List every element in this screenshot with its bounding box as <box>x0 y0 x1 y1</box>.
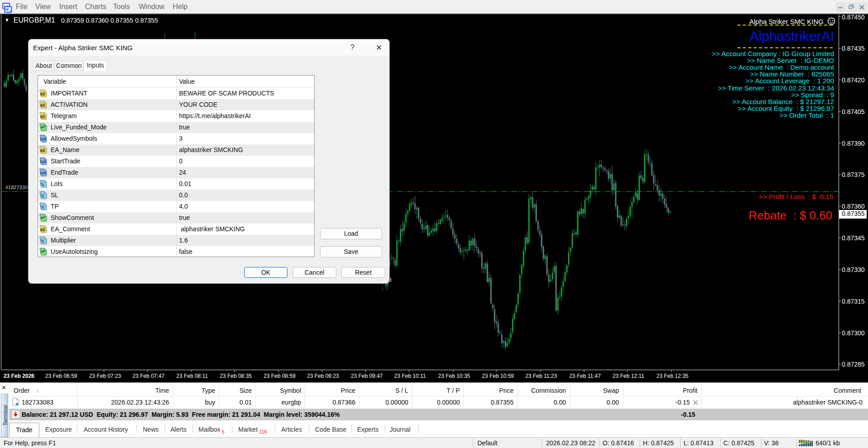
svg-text:123: 123 <box>40 137 46 141</box>
svg-text:½: ½ <box>41 238 44 243</box>
svg-text:½: ½ <box>41 182 44 187</box>
svg-text:123: 123 <box>40 171 46 175</box>
svg-text:123: 123 <box>40 160 46 164</box>
svg-text:ab: ab <box>40 227 46 232</box>
svg-text:½: ½ <box>41 193 44 198</box>
svg-text:ab: ab <box>40 91 46 96</box>
svg-text:ab: ab <box>40 103 46 108</box>
svg-text:½: ½ <box>41 205 44 210</box>
svg-text:ab: ab <box>40 114 46 119</box>
svg-text:ab: ab <box>40 148 46 153</box>
